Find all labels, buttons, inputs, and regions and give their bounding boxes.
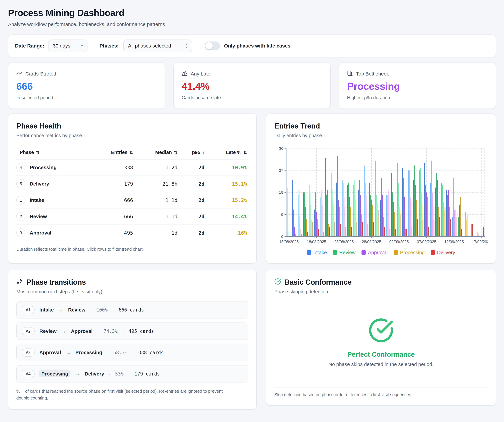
sort-icon: ⇅	[36, 150, 40, 155]
column-header-phase[interactable]: Phase⇅	[16, 146, 90, 159]
bar-approval	[344, 197, 344, 236]
transitions-list: #1Intake→Review·100%·666 cards#2Review→A…	[16, 301, 248, 382]
column-header-late-[interactable]: Late %⇅	[206, 146, 248, 159]
transition-percent: 100%	[96, 307, 108, 313]
bar-processing	[455, 210, 456, 236]
bar-approval	[443, 202, 444, 236]
column-header-p95[interactable]: p95↓	[179, 146, 206, 159]
svg-text:17/09/2025: 17/09/2025	[472, 240, 488, 244]
kpi-label: Cards Started	[25, 71, 56, 77]
median-value: 1.1d	[134, 208, 179, 225]
table-row[interactable]: 4Processing3381.2d2d10.9%	[16, 159, 248, 176]
column-header-median[interactable]: Median⇅	[134, 146, 179, 159]
bar-processing	[350, 207, 351, 236]
legend-item-delivery: Delivery	[431, 250, 455, 255]
conformance-status: Perfect Conformance	[347, 351, 415, 358]
phase-health-panel: Phase Health Performance metrics by phas…	[8, 114, 257, 264]
bar-approval	[305, 207, 306, 236]
entries-value: 666	[90, 208, 134, 225]
bar-approval	[349, 197, 350, 236]
legend-item-review: Review	[333, 250, 355, 255]
phase-cell: 2Review	[16, 208, 90, 225]
phase-order-badge: 4	[16, 163, 25, 172]
bar-delivery	[456, 217, 456, 236]
bar-review	[447, 195, 448, 236]
phase-transitions-panel: Phase transitions Most common next steps…	[8, 270, 257, 410]
bar-processing	[427, 197, 428, 236]
phases-select[interactable]: All phases selected ▴▾	[123, 40, 192, 52]
circle-check-big-icon	[368, 317, 394, 345]
legend-swatch	[431, 250, 435, 255]
bar-intake	[369, 183, 370, 237]
bar-approval	[426, 192, 427, 236]
entries-trend-chart: 0918273613/08/202518/08/202523/08/202528…	[274, 145, 488, 248]
bar-review	[442, 185, 443, 236]
bar-delivery	[434, 219, 434, 236]
legend-item-intake: Intake	[307, 250, 327, 255]
table-row[interactable]: 1Intake6661.1d2d15.2%	[16, 192, 248, 208]
transitions-subtitle: Most common next steps (first visit only…	[16, 289, 248, 295]
phase-name: Approval	[30, 230, 51, 236]
column-header-entries[interactable]: Entries⇅	[90, 146, 134, 159]
legend-label: Approval	[368, 250, 388, 255]
entries-trend-subtitle: Daily entries by phase	[274, 133, 488, 138]
bar-delivery	[318, 229, 319, 236]
legend-label: Delivery	[437, 250, 455, 255]
legend-swatch	[333, 250, 337, 255]
bar-review	[288, 232, 288, 236]
bar-intake	[364, 165, 365, 236]
bar-processing	[328, 224, 329, 237]
bar-review	[365, 183, 366, 237]
bar-delivery	[412, 227, 413, 236]
dot-separator: ·	[107, 350, 109, 355]
entries-trend-panel: Entries Trend Daily entries by phase 091…	[266, 114, 496, 264]
bar-processing	[339, 207, 340, 236]
median-value: 21.8h	[134, 176, 179, 192]
bar-processing	[394, 212, 395, 236]
toggle-knob	[205, 42, 213, 49]
bar-delivery	[395, 229, 396, 236]
phase-cell: 5Delivery	[16, 176, 90, 192]
bar-intake	[402, 168, 403, 236]
bar-processing	[449, 207, 450, 236]
legend-label: Intake	[313, 250, 327, 255]
rank-badge: #1	[22, 306, 35, 314]
bar-delivery	[356, 222, 357, 236]
table-row[interactable]: 2Review6661.1d2d14.4%	[16, 208, 248, 225]
arrow-right-icon: →	[61, 328, 66, 334]
bar-intake	[287, 187, 288, 236]
phase-health-subtitle: Performance metrics by phase	[16, 133, 248, 138]
table-row[interactable]: 3Approval4951d2d16%	[16, 225, 248, 241]
legend-label: Review	[339, 250, 355, 255]
late-percent-value: 14.4%	[206, 208, 248, 225]
bar-delivery	[324, 232, 324, 236]
bar-approval	[316, 212, 317, 236]
bar-processing	[355, 200, 356, 237]
bar-processing	[416, 200, 417, 237]
bar-approval	[355, 195, 355, 236]
table-row[interactable]: 5Delivery17921.8h2d15.1%	[16, 176, 248, 192]
bar-processing	[306, 219, 307, 236]
date-range-select[interactable]: 30 days ▾	[48, 40, 88, 52]
conformance-note: Skip detection based on phase order diff…	[274, 387, 488, 397]
bar-delivery	[384, 227, 385, 236]
transition-percent: 74.3%	[104, 328, 118, 334]
bar-intake	[452, 217, 453, 236]
bar-delivery	[417, 219, 418, 236]
bar-delivery	[461, 229, 462, 236]
svg-text:23/08/2025: 23/08/2025	[334, 240, 354, 244]
bar-approval	[311, 205, 311, 236]
bar-review	[409, 170, 409, 236]
late-cases-toggle[interactable]	[205, 42, 220, 50]
bar-approval	[333, 200, 334, 237]
alert-triangle-icon	[182, 70, 188, 78]
transitions-note: % = of cards that reached the source pha…	[16, 388, 236, 401]
bar-approval	[377, 202, 378, 236]
bar-intake	[353, 185, 354, 236]
kpi-value: Processing	[347, 80, 488, 92]
dot-separator: ·	[109, 371, 110, 377]
bar-intake	[292, 180, 293, 236]
bar-processing	[405, 229, 406, 236]
bar-processing	[378, 217, 378, 236]
bar-delivery	[362, 222, 363, 236]
